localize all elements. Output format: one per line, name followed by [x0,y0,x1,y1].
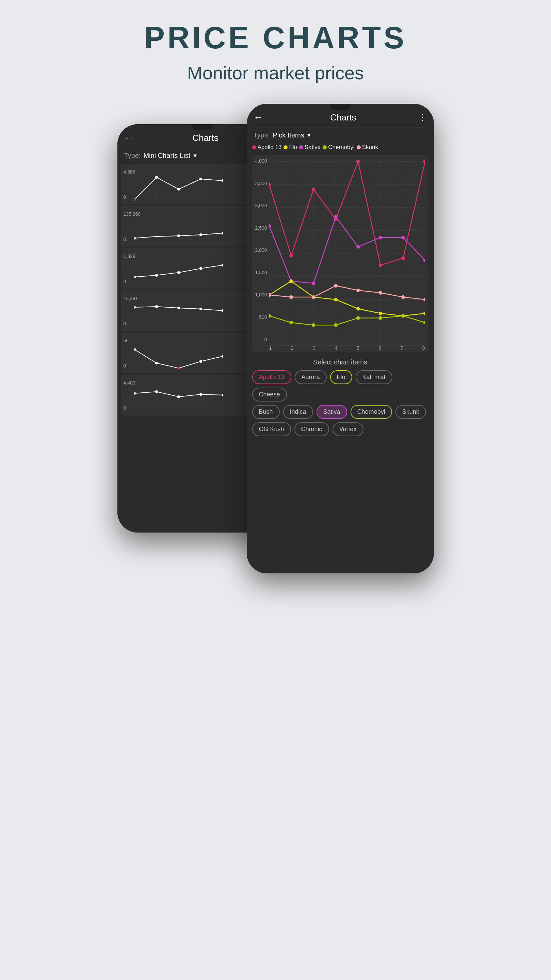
svg-point-94 [401,314,404,318]
chart-svg-aurora: .gridline{stroke:#555;stroke-width:0.5;s… [134,216,223,243]
chip-sativa[interactable]: Sativa [317,405,347,419]
dropdown-arrow-right[interactable]: ▼ [306,132,312,138]
type-value-left[interactable]: Mini Charts List [143,152,190,159]
svg-point-83 [334,298,337,301]
chart-ymin-apollo13: 0 [124,194,126,200]
svg-point-36 [177,367,180,369]
y-label-1500: 1,500 [253,270,267,275]
svg-point-92 [356,316,360,320]
y-label-3000: 3,000 [253,203,267,208]
x-label-2: 2 [291,345,294,351]
x-label-3: 3 [313,345,315,351]
svg-point-12 [177,234,180,237]
chart-svg-cheese [134,343,223,370]
legend-dot-chernobyl [323,145,327,150]
items-row3: OG Kush Chronic Vortex [252,422,428,436]
main-chart-svg [269,158,425,349]
chart-ymin-cheese: 0 [124,363,126,369]
legend-apollo13: Apollo 13 [252,144,282,151]
y-label-1000: 1,000 [253,292,267,298]
chip-vortex[interactable]: Vortex [333,422,363,436]
svg-point-46 [221,394,223,396]
svg-point-21 [199,267,202,270]
chip-flo[interactable]: Flo [330,370,352,384]
svg-point-28 [177,307,180,309]
items-row1: Apollo 13 Aurora Flo Kali mist Cheese [252,370,428,401]
svg-point-87 [423,312,425,315]
back-button-right[interactable]: ← [253,112,263,123]
back-button-left[interactable]: ← [124,132,134,143]
svg-point-43 [155,390,158,393]
chart-ymin-flo: 0 [124,279,126,284]
svg-point-26 [134,306,136,309]
y-label-3500: 3,500 [253,181,267,186]
items-row2: Bush Indica Sativa Chernobyl Skunk [252,405,428,419]
svg-point-98 [311,295,315,299]
svg-point-45 [199,393,202,396]
type-value-right[interactable]: Pick Items [272,131,304,139]
svg-point-101 [379,291,382,294]
svg-point-103 [423,298,425,301]
chart-svg-flo [134,258,223,285]
svg-point-11 [134,237,136,240]
chip-indica[interactable]: Indica [283,405,313,419]
chip-cheese[interactable]: Cheese [252,388,287,401]
svg-point-20 [177,271,180,274]
chart-svg-apollo13: .gridline{stroke:#555;stroke-width:0.5;s… [134,174,223,201]
chip-ogkush[interactable]: OG Kush [252,422,291,436]
chart-ymax-bush: 4,400 [124,380,135,385]
svg-point-70 [401,256,404,259]
legend-label-chernobyl: Chernobyl [328,144,355,151]
svg-point-84 [356,307,360,310]
svg-point-19 [155,274,158,277]
chip-chronic[interactable]: Chronic [295,422,329,436]
svg-point-38 [221,355,223,358]
dropdown-arrow-left[interactable]: ▼ [192,153,198,159]
legend-dot-skunk [357,145,361,150]
svg-point-72 [269,224,271,228]
notch-left [192,124,213,130]
type-label-left: Type: [124,152,141,159]
chip-kali[interactable]: Kali mist [356,370,392,384]
svg-point-71 [423,159,425,163]
svg-point-90 [311,323,315,327]
chart-ymin-aurora: 0 [124,237,126,242]
legend-label-skunk: Skunk [362,144,378,151]
chip-chernobyl[interactable]: Chernobyl [350,405,392,419]
x-label-8: 8 [422,345,425,351]
type-label-right: Type: [253,131,270,139]
svg-point-18 [134,275,136,278]
svg-point-4 [155,176,158,179]
svg-point-6 [199,178,202,180]
svg-point-97 [289,295,293,299]
svg-point-22 [221,264,223,266]
svg-point-99 [334,284,337,288]
x-axis: 1 2 3 4 5 6 7 8 [269,345,425,351]
svg-point-93 [379,316,382,320]
x-label-1: 1 [269,345,272,351]
svg-point-66 [311,188,315,191]
chart-ymin-kali: 0 [124,321,126,326]
chart-ymax-cheese: 55 [124,338,129,343]
chip-aurora[interactable]: Aurora [295,370,327,384]
legend-label-sativa: Sativa [304,144,321,151]
x-label-5: 5 [357,345,359,351]
svg-point-14 [221,232,223,234]
chip-apollo13[interactable]: Apollo 13 [252,370,291,384]
svg-point-69 [379,263,382,267]
svg-point-35 [155,362,158,364]
svg-point-5 [177,188,180,191]
chip-skunk[interactable]: Skunk [395,405,426,419]
svg-point-76 [356,245,360,248]
svg-point-7 [221,179,223,182]
svg-point-68 [356,159,360,163]
svg-point-74 [311,282,315,285]
chart-svg-bush [134,385,223,412]
legend-label-apollo13: Apollo 13 [258,144,282,151]
topbar-title-right: Charts [269,112,418,123]
phone-right: ← Charts ⋮ Type: Pick Items ▼ Apollo 13 [247,104,434,573]
screen-right: ← Charts ⋮ Type: Pick Items ▼ Apollo 13 [247,104,434,573]
chip-bush[interactable]: Bush [252,405,280,419]
menu-right[interactable]: ⋮ [418,113,427,122]
svg-point-88 [269,314,271,318]
